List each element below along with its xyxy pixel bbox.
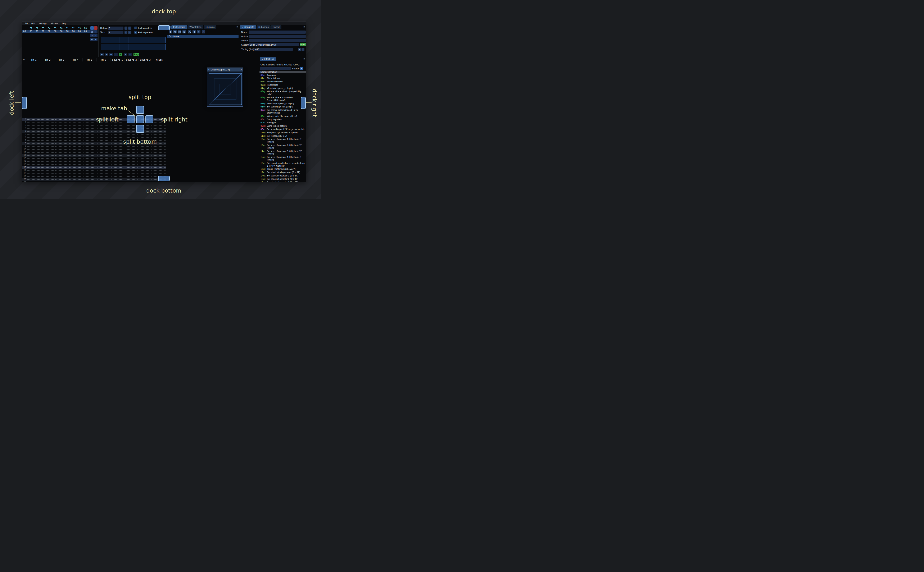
pattern-cell[interactable] — [27, 157, 40, 160]
pattern-cell[interactable] — [97, 139, 110, 142]
pattern-cell[interactable] — [83, 157, 96, 160]
pattern-cell[interactable] — [27, 142, 40, 145]
play-pattern-button[interactable]: ◉ — [105, 53, 108, 56]
effect-row-0bxx[interactable]: 0BxxJump to pattern — [259, 118, 306, 121]
pattern-cell[interactable] — [153, 148, 165, 151]
pattern-cell[interactable] — [97, 142, 110, 145]
pattern-cell[interactable] — [41, 130, 54, 133]
pattern-cell[interactable] — [55, 134, 68, 136]
pattern-cell[interactable] — [139, 154, 152, 157]
pattern-cell[interactable] — [69, 145, 82, 148]
effect-search-input[interactable] — [260, 67, 291, 70]
pattern-cell[interactable] — [27, 130, 40, 133]
order-cell[interactable]: 00 — [83, 30, 89, 33]
follow-orders-checkbox[interactable]: ✓ — [134, 26, 137, 29]
pattern-cell[interactable] — [27, 121, 40, 124]
pattern-cell[interactable] — [55, 172, 68, 174]
pattern-cell[interactable] — [69, 124, 82, 127]
channel-header-fm-2[interactable]: FM 2 — [41, 58, 55, 61]
play-button[interactable]: ▶ — [100, 53, 104, 56]
pattern-cell[interactable] — [97, 157, 110, 160]
collapse-arrow-icon[interactable]: ▼ — [208, 68, 210, 72]
pattern-cell[interactable] — [41, 163, 54, 166]
pattern-cell[interactable] — [69, 121, 82, 124]
close-effect-list-icon[interactable]: × — [304, 58, 305, 61]
pattern-cell[interactable] — [111, 157, 124, 160]
stop-button[interactable]: ■ — [118, 53, 122, 56]
pattern-cell[interactable] — [97, 169, 110, 172]
pattern-cell[interactable] — [41, 169, 54, 172]
pattern-cell[interactable] — [139, 169, 152, 172]
effect-row-19xx[interactable]: 19xxSet attack of all operators (0 to 1F… — [259, 171, 306, 174]
pattern-cell[interactable] — [153, 166, 165, 169]
pattern-cell[interactable] — [41, 175, 54, 178]
pattern-cell[interactable] — [55, 163, 68, 166]
pattern-cell[interactable] — [97, 166, 110, 169]
add-order-button[interactable]: + — [90, 26, 94, 30]
effect-row-15xx[interactable]: 15xxSet level of operator 4 (0 highest, … — [259, 156, 306, 162]
pattern-cell[interactable] — [97, 175, 110, 178]
pattern-cell[interactable] — [153, 157, 165, 160]
pattern-cell[interactable] — [111, 124, 124, 127]
split-target-top[interactable] — [136, 106, 144, 114]
channel-header-fm-4[interactable]: FM 4 — [69, 58, 83, 61]
pattern-cell[interactable] — [69, 178, 82, 180]
pattern-cell[interactable] — [139, 148, 152, 151]
pattern-cell[interactable] — [55, 178, 68, 180]
pattern-cell[interactable] — [41, 166, 54, 169]
pattern-cell[interactable] — [153, 163, 165, 166]
pattern-cell[interactable] — [139, 175, 152, 178]
pattern-cell[interactable] — [111, 148, 124, 151]
pattern-cell[interactable] — [27, 134, 40, 136]
pattern-cell[interactable] — [153, 127, 165, 130]
pattern-cell[interactable] — [97, 178, 110, 180]
pattern-cell[interactable] — [69, 175, 82, 178]
pattern-cell[interactable] — [41, 148, 54, 151]
pattern-cell[interactable] — [97, 151, 110, 154]
pattern-cell[interactable] — [69, 151, 82, 154]
pattern-cell[interactable] — [41, 136, 54, 139]
pattern-cell[interactable] — [153, 154, 165, 157]
pattern-cell[interactable] — [139, 181, 152, 182]
pattern-cell[interactable] — [125, 181, 138, 182]
pattern-cell[interactable] — [41, 181, 54, 182]
order-cell[interactable]: 00 — [76, 30, 83, 33]
order-cell[interactable]: 00 — [28, 30, 34, 33]
pattern-cell[interactable] — [139, 134, 152, 136]
order-edit-button[interactable]: ➤ — [94, 37, 98, 41]
pattern-cell[interactable] — [83, 145, 96, 148]
pattern-cell[interactable] — [125, 151, 138, 154]
menu-help[interactable]: help — [60, 22, 68, 25]
pattern-cell[interactable] — [83, 127, 96, 130]
pattern-cell[interactable] — [55, 175, 68, 178]
delete-instrument-button[interactable] — [202, 30, 205, 33]
effect-list-menu-button[interactable]: ≡ — [300, 67, 304, 70]
instrument-list-item[interactable]: - None - — [167, 35, 238, 38]
pattern-cell[interactable] — [97, 136, 110, 139]
pattern-cell[interactable] — [55, 160, 68, 163]
channel-header-fm-5[interactable]: FM 5 — [83, 58, 97, 61]
pattern-cell[interactable] — [97, 130, 110, 133]
pattern-cell[interactable] — [55, 121, 68, 124]
pattern-cell[interactable] — [153, 130, 165, 133]
pattern-cell[interactable] — [83, 142, 96, 145]
pattern-cell[interactable] — [83, 160, 96, 163]
oscilloscope-titlebar[interactable]: ▼ Oscilloscope (X-Y) × — [207, 68, 243, 72]
pattern-cell[interactable] — [139, 151, 152, 154]
pattern-cell[interactable] — [111, 160, 124, 163]
pattern-cell[interactable] — [69, 157, 82, 160]
pattern-cell[interactable] — [83, 154, 96, 157]
pattern-cell[interactable] — [83, 166, 96, 169]
channel-header-fm-3[interactable]: FM 3 — [55, 58, 69, 61]
pattern-cell[interactable] — [97, 181, 110, 182]
order-row[interactable]: 0000000000000000000000 — [22, 30, 90, 33]
effect-row-0cxx[interactable]: 0CxxRetrigger — [259, 121, 306, 124]
pattern-cell[interactable] — [27, 139, 40, 142]
pattern-cell[interactable] — [55, 145, 68, 148]
octave-decrease-button[interactable]: - — [125, 26, 128, 30]
effect-row-04xy[interactable]: 04xyVibrato (x: speed; y: depth) — [259, 87, 306, 90]
pattern-cell[interactable] — [125, 166, 138, 169]
tuning-increase-button[interactable]: + — [302, 48, 304, 51]
effect-row-11xx[interactable]: 11xxSet feedback (0 to 7) — [259, 134, 306, 138]
pattern-cell[interactable] — [55, 127, 68, 130]
